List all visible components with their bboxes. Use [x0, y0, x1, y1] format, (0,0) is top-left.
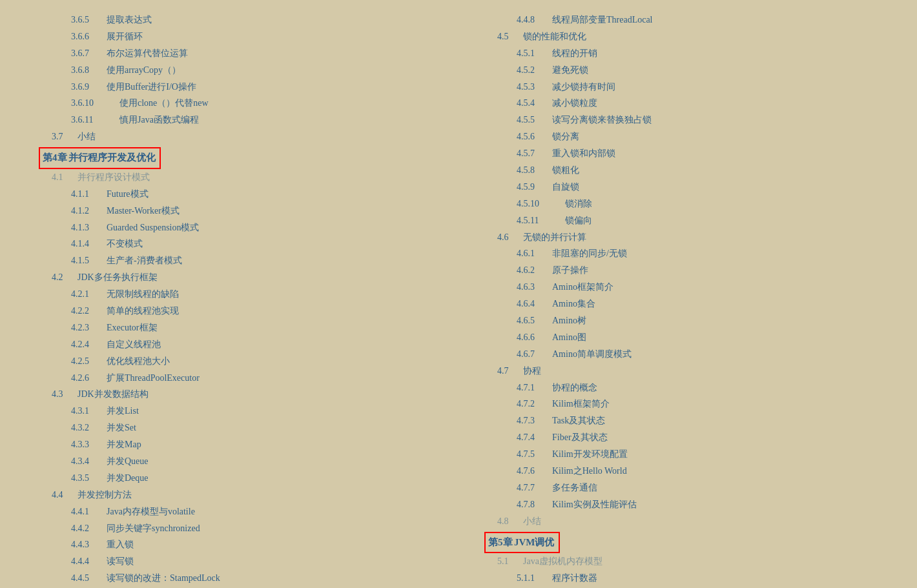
toc-item: 4.8小结 — [484, 513, 904, 530]
toc-item: 4.2.2简单的线程池实现 — [39, 303, 446, 319]
toc-item-inner: 4.1.4不变模式 — [71, 236, 143, 252]
toc-item-inner: 3.7小结 — [52, 128, 96, 145]
toc-item: 4.6.6Amino图 — [484, 329, 904, 346]
toc-item-inner: 4.7.4Fiber及其状态 — [517, 429, 608, 446]
toc-item-inner: 4.5锁的性能和优化 — [497, 28, 586, 45]
toc-text: 减少锁持有时间 — [552, 79, 615, 96]
toc-item-inner: 5.1Java虚拟机内存模型 — [497, 553, 603, 570]
toc-text: 自定义线程池 — [107, 336, 161, 353]
toc-item-inner: 3.6.8使用arrayCopy（） — [71, 62, 181, 79]
left-column: 3.6.5提取表达式3.6.6展开循环3.6.7布尔运算代替位运算3.6.8使用… — [0, 6, 458, 588]
toc-num: 4.2 — [52, 269, 77, 286]
toc-text: 扩展ThreadPoolExecutor — [107, 370, 200, 387]
toc-item: 4.7.6Kilim之Hello World — [484, 463, 904, 480]
toc-item-inner: 4.5.9自旋锁 — [517, 179, 579, 196]
toc-item-inner: 4.2.3Executor框架 — [71, 319, 158, 336]
toc-item: 4.4.3重入锁 — [39, 536, 446, 553]
toc-num: 3.6.11 — [71, 112, 119, 128]
toc-item: 4.6.4Amino集合 — [484, 296, 904, 312]
toc-item: 3.6.6展开循环 — [39, 28, 446, 45]
toc-text: 减小锁粒度 — [552, 95, 597, 112]
toc-text: 线程的开销 — [552, 45, 597, 62]
toc-text: 使用clone（）代替new — [119, 95, 209, 112]
toc-text: 原子操作 — [552, 262, 588, 279]
toc-item-inner: 4.5.4减小锁粒度 — [517, 95, 597, 112]
toc-num: 4.6.2 — [517, 262, 552, 279]
toc-item-inner: 4.2.6扩展ThreadPoolExecutor — [71, 370, 200, 387]
toc-item-inner: 4.5.8锁粗化 — [517, 162, 579, 179]
toc-item: 4.1.4不变模式 — [39, 236, 446, 252]
toc-item: 3.6.10使用clone（）代替new — [39, 95, 446, 112]
toc-num: 4.7.7 — [517, 480, 552, 496]
toc-text: Amino图 — [552, 329, 586, 346]
toc-item-inner: 4.5.7重入锁和内部锁 — [517, 145, 615, 162]
toc-num: 4.2.1 — [71, 286, 107, 303]
toc-item-inner: 4.6.1非阻塞的同步/无锁 — [517, 245, 627, 262]
toc-text: 读写锁 — [107, 553, 134, 570]
toc-item: 4.5.3减少锁持有时间 — [484, 79, 904, 96]
toc-text: Amino框架简介 — [552, 279, 613, 296]
toc-item: 4.7.7多任务通信 — [484, 480, 904, 496]
toc-item-inner: 4.4.5读写锁的改进：StampedLock — [71, 570, 220, 587]
toc-item: 4.3.2并发Set — [39, 420, 446, 436]
toc-text: Guarded Suspension模式 — [107, 219, 200, 236]
toc-text: 锁偏向 — [565, 212, 592, 229]
toc-text: 并发Map — [107, 436, 141, 453]
toc-text: Amino集合 — [552, 296, 595, 312]
toc-item: 4.7.8Kilim实例及性能评估 — [484, 496, 904, 513]
toc-item: 4.3JDK并发数据结构 — [39, 386, 446, 403]
toc-item-inner: 4.4并发控制方法 — [52, 487, 132, 503]
toc-item: 4.7.5Kilim开发环境配置 — [484, 446, 904, 463]
toc-item-inner: 4.3.5并发Deque — [71, 470, 149, 487]
toc-text: 并发Deque — [107, 470, 149, 487]
toc-item: 4.3.5并发Deque — [39, 470, 446, 487]
toc-item-inner: 第5章JVM调优 — [484, 532, 560, 554]
toc-num: 第5章 — [488, 534, 514, 552]
toc-item-inner: 4.6.7Amino简单调度模式 — [517, 346, 632, 363]
toc-text: Java内存模型与volatile — [107, 503, 195, 520]
toc-item-inner: 4.5.2避免死锁 — [517, 62, 588, 79]
toc-num: 4.6.3 — [517, 279, 552, 296]
toc-item: 4.6无锁的并行计算 — [484, 229, 904, 246]
toc-num: 4.3.1 — [71, 403, 107, 420]
toc-item-inner: 4.4.4读写锁 — [71, 553, 134, 570]
toc-text: 小结 — [77, 128, 96, 145]
toc-num: 5.1.1 — [517, 570, 552, 587]
toc-item: 3.6.5提取表达式 — [39, 12, 446, 28]
toc-item-inner: 4.2.1无限制线程的缺陷 — [71, 286, 179, 303]
toc-num: 4.8 — [497, 513, 523, 530]
toc-item-inner: 4.3.1并发List — [71, 403, 139, 420]
toc-item-inner: 3.6.10使用clone（）代替new — [71, 95, 209, 112]
toc-item: 4.6.5Amino树 — [484, 312, 904, 329]
toc-text: JVM调优 — [514, 534, 555, 552]
toc-text: Executor框架 — [107, 319, 158, 336]
toc-item: 4.5.8锁粗化 — [484, 162, 904, 179]
toc-item: 4.2.4自定义线程池 — [39, 336, 446, 353]
toc-text: 协程 — [523, 363, 541, 380]
toc-item: 4.2.1无限制线程的缺陷 — [39, 286, 446, 303]
toc-item: 4.5.10锁消除 — [484, 196, 904, 212]
toc-item-inner: 4.2.2简单的线程池实现 — [71, 303, 179, 319]
toc-text: 线程局部变量ThreadLocal — [552, 12, 653, 28]
toc-num: 4.2.5 — [71, 353, 107, 370]
toc-item-inner: 4.7.8Kilim实例及性能评估 — [517, 496, 637, 513]
toc-text: 并发Queue — [107, 453, 149, 470]
toc-text: 同步关键字synchronized — [107, 520, 200, 537]
toc-item: 4.7.1协程的概念 — [484, 380, 904, 396]
toc-num: 4.5.1 — [517, 45, 552, 62]
toc-text: Kilim之Hello World — [552, 463, 627, 480]
toc-num: 4.3.5 — [71, 470, 107, 487]
toc-text: Future模式 — [107, 186, 149, 203]
toc-num: 4.1.2 — [71, 203, 107, 219]
toc-item: 3.6.8使用arrayCopy（） — [39, 62, 446, 79]
toc-num: 4.5.7 — [517, 145, 552, 162]
toc-item: 4.3.1并发List — [39, 403, 446, 420]
toc-num: 3.7 — [52, 128, 77, 145]
toc-text: 并行程序开发及优化 — [68, 149, 156, 167]
toc-num: 4.5.6 — [517, 128, 552, 145]
toc-item-inner: 3.6.11慎用Java函数式编程 — [71, 112, 199, 128]
toc-text: 多任务通信 — [552, 480, 597, 496]
toc-text: 并发List — [107, 403, 139, 420]
toc-num: 4.1.5 — [71, 252, 107, 269]
toc-text: 无限制线程的缺陷 — [107, 286, 179, 303]
